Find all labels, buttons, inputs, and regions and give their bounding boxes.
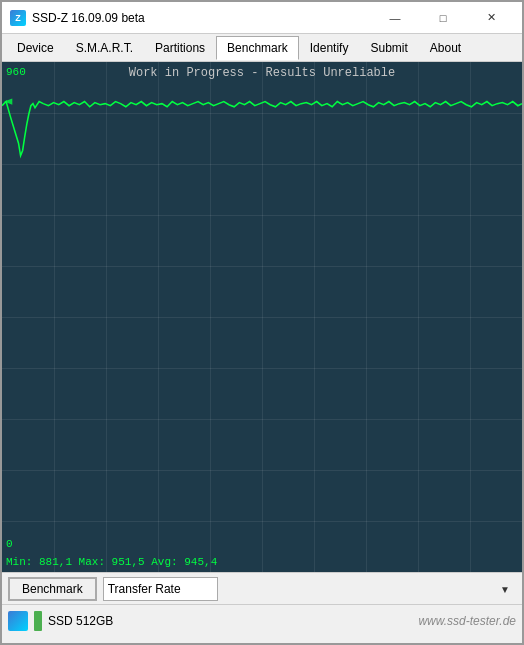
ssd-label: SSD 512GB xyxy=(48,614,113,628)
minimize-button[interactable]: — xyxy=(372,5,418,31)
window-title: SSD-Z 16.09.09 beta xyxy=(32,11,145,25)
dropdown-wrapper: Transfer RateSequential ReadSequential W… xyxy=(103,577,516,601)
app-icon: Z xyxy=(10,10,26,26)
menu-item-benchmark[interactable]: Benchmark xyxy=(216,36,299,60)
title-bar-left: Z SSD-Z 16.09.09 beta xyxy=(10,10,145,26)
status-bar: SSD 512GB www.ssd-tester.de xyxy=(2,604,522,636)
benchmark-chart xyxy=(2,62,522,572)
dropdown-arrow-icon: ▼ xyxy=(500,583,510,594)
window-controls: — □ ✕ xyxy=(372,5,514,31)
control-bar: Benchmark Transfer RateSequential ReadSe… xyxy=(2,572,522,604)
svg-marker-0 xyxy=(4,98,12,104)
menu-item-identify[interactable]: Identify xyxy=(299,36,360,60)
menu-item-submit[interactable]: Submit xyxy=(359,36,418,60)
chart-title: Work in Progress - Results Unreliable xyxy=(2,66,522,80)
menu-item-device[interactable]: Device xyxy=(6,36,65,60)
chart-canvas: 960 Work in Progress - Results Unreliabl… xyxy=(2,62,522,572)
benchmark-button[interactable]: Benchmark xyxy=(8,577,97,601)
menu-item-smart[interactable]: S.M.A.R.T. xyxy=(65,36,144,60)
ssd-indicator xyxy=(34,611,42,631)
menu-bar: Device S.M.A.R.T. Partitions Benchmark I… xyxy=(2,34,522,62)
status-app-icon xyxy=(8,611,28,631)
y-axis-min-label: 0 xyxy=(6,538,13,550)
status-left: SSD 512GB xyxy=(8,611,113,631)
website-label: www.ssd-tester.de xyxy=(418,614,516,628)
menu-item-partitions[interactable]: Partitions xyxy=(144,36,216,60)
menu-item-about[interactable]: About xyxy=(419,36,472,60)
chart-stats: Min: 881,1 Max: 951,5 Avg: 945,4 xyxy=(6,556,522,568)
metric-dropdown[interactable]: Transfer RateSequential ReadSequential W… xyxy=(103,577,218,601)
title-bar: Z SSD-Z 16.09.09 beta — □ ✕ xyxy=(2,2,522,34)
maximize-button[interactable]: □ xyxy=(420,5,466,31)
chart-area: 960 Work in Progress - Results Unreliabl… xyxy=(2,62,522,572)
close-button[interactable]: ✕ xyxy=(468,5,514,31)
